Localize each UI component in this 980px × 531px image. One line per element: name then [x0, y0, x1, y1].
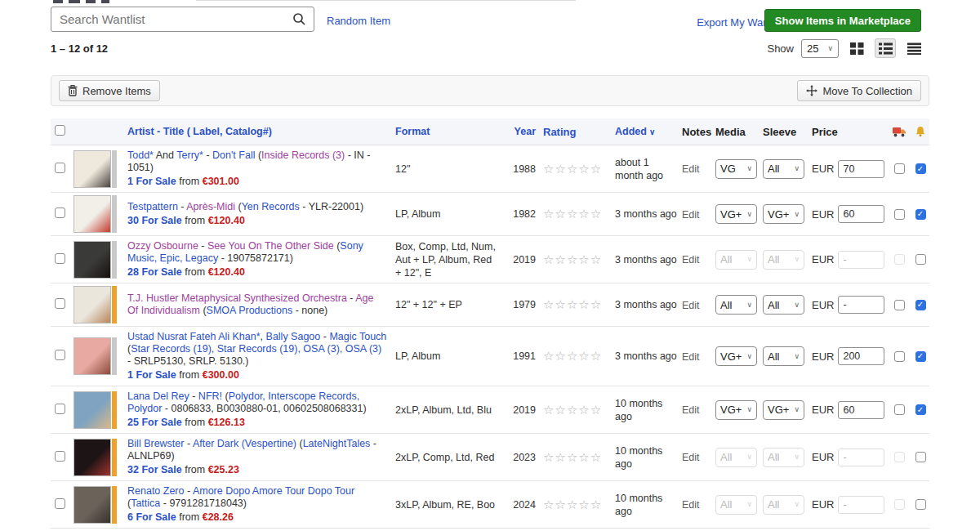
- release-cover-thumbnail[interactable]: [74, 337, 111, 375]
- release-cover-thumbnail[interactable]: [74, 286, 111, 324]
- shipping-notification-checkbox[interactable]: [894, 163, 905, 174]
- row-select-checkbox[interactable]: [55, 498, 65, 509]
- select-all-checkbox[interactable]: [55, 125, 65, 136]
- release-link[interactable]: Ustad Nusrat Fateh Ali Khan*: [127, 331, 261, 342]
- row-select-checkbox[interactable]: [55, 350, 65, 360]
- sleeve-condition-select[interactable]: All∨: [763, 295, 804, 315]
- star-icon[interactable]: ☆: [543, 297, 555, 311]
- column-header-rating[interactable]: Rating: [543, 126, 576, 138]
- media-condition-select[interactable]: VG+∨: [715, 346, 757, 366]
- for-sale-link[interactable]: 28 For Sale: [127, 266, 182, 278]
- star-icon[interactable]: ☆: [555, 207, 566, 221]
- max-price-input[interactable]: [838, 401, 884, 419]
- star-icon[interactable]: ☆: [543, 498, 555, 511]
- release-link[interactable]: Bill Brewster: [127, 438, 184, 449]
- star-icon[interactable]: ☆: [567, 349, 578, 363]
- star-icon[interactable]: ☆: [555, 349, 566, 363]
- row-select-checkbox[interactable]: [55, 451, 65, 462]
- edit-notes-link[interactable]: Edit: [682, 163, 700, 175]
- edit-notes-link[interactable]: Edit: [682, 499, 700, 511]
- for-sale-link[interactable]: 6 For Sale: [127, 511, 176, 523]
- star-icon[interactable]: ☆: [543, 349, 555, 363]
- release-cover-thumbnail[interactable]: [74, 150, 111, 188]
- edit-notes-link[interactable]: Edit: [682, 209, 700, 221]
- max-price-input[interactable]: [838, 347, 884, 365]
- release-link-visited[interactable]: Inside Records (3): [261, 149, 345, 161]
- column-header-year[interactable]: Year: [514, 126, 536, 137]
- release-link[interactable]: LateNightTales: [303, 438, 371, 449]
- star-icon[interactable]: ☆: [567, 498, 578, 511]
- release-link[interactable]: NFR!: [198, 390, 222, 402]
- sleeve-condition-select[interactable]: All∨: [763, 159, 804, 179]
- shipping-notification-checkbox[interactable]: [894, 351, 905, 362]
- per-page-select[interactable]: 25 ∨: [801, 39, 839, 58]
- grid-view-button[interactable]: [846, 38, 867, 58]
- media-condition-select[interactable]: All∨: [715, 295, 757, 315]
- star-icon[interactable]: ☆: [590, 403, 602, 417]
- column-header-format[interactable]: Format: [395, 126, 430, 137]
- release-link[interactable]: Yen Records: [242, 201, 300, 212]
- release-link-visited[interactable]: T.J. Hustler Metaphysical Synthesized Or…: [127, 292, 347, 304]
- row-select-checkbox[interactable]: [55, 207, 65, 218]
- for-sale-link[interactable]: 25 For Sale: [127, 417, 182, 428]
- random-item-link[interactable]: Random Item: [327, 15, 390, 27]
- release-link[interactable]: Bally Sagoo: [266, 331, 321, 342]
- compact-view-button[interactable]: [903, 38, 924, 58]
- star-icon[interactable]: ☆: [555, 297, 566, 311]
- release-link[interactable]: Lana Del Rey: [127, 390, 189, 402]
- search-input[interactable]: [51, 12, 284, 26]
- max-price-input[interactable]: [838, 205, 884, 223]
- star-icon[interactable]: ☆: [567, 252, 578, 266]
- star-icon[interactable]: ☆: [578, 162, 590, 176]
- star-icon[interactable]: ☆: [578, 252, 590, 266]
- shipping-notification-checkbox[interactable]: [894, 404, 905, 415]
- media-condition-select[interactable]: VG+∨: [715, 204, 757, 224]
- max-price-input[interactable]: [838, 296, 884, 314]
- edit-notes-link[interactable]: Edit: [682, 254, 700, 266]
- star-icon[interactable]: ☆: [555, 450, 566, 464]
- star-icon[interactable]: ☆: [543, 162, 555, 176]
- star-icon[interactable]: ☆: [590, 297, 602, 311]
- row-select-checkbox[interactable]: [55, 298, 65, 309]
- release-cover-thumbnail[interactable]: [74, 195, 111, 233]
- release-link[interactable]: Testpattern: [127, 201, 178, 212]
- star-icon[interactable]: ☆: [543, 403, 555, 417]
- search-button[interactable]: [284, 7, 314, 31]
- for-sale-link[interactable]: 1 For Sale: [127, 176, 176, 187]
- sleeve-condition-select[interactable]: All∨: [763, 346, 804, 366]
- edit-notes-link[interactable]: Edit: [682, 404, 700, 416]
- release-link[interactable]: Don't Fall: [212, 149, 255, 161]
- release-cover-thumbnail[interactable]: [74, 486, 111, 524]
- for-sale-link[interactable]: 30 For Sale: [127, 215, 182, 226]
- for-sale-link[interactable]: 32 For Sale: [127, 464, 182, 475]
- availability-notification-checkbox[interactable]: ✓: [915, 163, 926, 174]
- star-icon[interactable]: ☆: [590, 252, 602, 266]
- availability-notification-checkbox[interactable]: [915, 499, 926, 510]
- star-icon[interactable]: ☆: [567, 403, 578, 417]
- remove-items-button[interactable]: Remove Items: [59, 80, 160, 101]
- shipping-notification-checkbox[interactable]: [894, 300, 905, 310]
- star-icon[interactable]: ☆: [543, 207, 555, 221]
- star-icon[interactable]: ☆: [578, 403, 590, 417]
- release-cover-thumbnail[interactable]: [74, 439, 111, 476]
- star-icon[interactable]: ☆: [590, 207, 602, 221]
- star-icon[interactable]: ☆: [543, 252, 555, 266]
- release-link[interactable]: Amore Dopo Amore Tour Dopo Tour: [193, 485, 354, 497]
- edit-notes-link[interactable]: Edit: [682, 300, 700, 311]
- max-price-input[interactable]: [838, 160, 884, 178]
- star-icon[interactable]: ☆: [567, 207, 578, 221]
- star-icon[interactable]: ☆: [578, 349, 590, 363]
- release-link[interactable]: Magic Touch: [329, 331, 386, 342]
- row-select-checkbox[interactable]: [55, 404, 65, 414]
- availability-notification-checkbox[interactable]: ✓: [915, 300, 926, 310]
- star-icon[interactable]: ☆: [578, 450, 590, 464]
- star-icon[interactable]: ☆: [578, 297, 590, 311]
- availability-notification-checkbox[interactable]: ✓: [915, 209, 926, 220]
- row-select-checkbox[interactable]: [55, 163, 65, 173]
- move-to-collection-button[interactable]: Move To Collection: [797, 80, 921, 101]
- release-link-visited[interactable]: See You On The Other Side: [207, 240, 334, 252]
- edit-notes-link[interactable]: Edit: [682, 452, 700, 463]
- star-icon[interactable]: ☆: [590, 498, 602, 511]
- sleeve-condition-select[interactable]: VG+∨: [763, 204, 804, 224]
- list-view-button[interactable]: [875, 38, 896, 58]
